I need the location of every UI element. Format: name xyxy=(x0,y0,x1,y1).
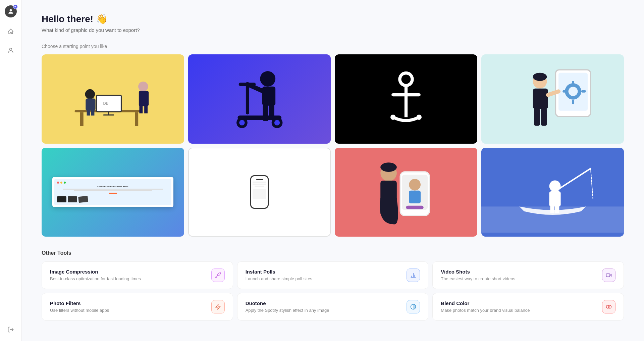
template-card-phone[interactable] xyxy=(188,148,331,237)
tools-grid: Image Compression Best-in-class optimiza… xyxy=(42,261,624,321)
tool-card-photo-filters[interactable]: Photo Filters Use filters without mobile… xyxy=(42,293,233,321)
svg-point-18 xyxy=(260,71,275,86)
template-card-fishing[interactable] xyxy=(481,148,624,237)
svg-rect-68 xyxy=(606,274,610,277)
template-card-video-call[interactable] xyxy=(335,148,477,237)
svg-rect-40 xyxy=(572,100,574,104)
tool-desc-instant-polls: Launch and share simple poll sites xyxy=(246,276,401,282)
svg-rect-12 xyxy=(87,110,90,115)
card-content-anchor xyxy=(335,54,477,144)
svg-point-58 xyxy=(549,180,561,192)
svg-point-44 xyxy=(533,73,547,81)
svg-rect-8 xyxy=(103,114,114,115)
svg-rect-39 xyxy=(572,81,574,86)
tool-desc-blend-color: Make photos match your brand visual bala… xyxy=(441,307,597,313)
svg-rect-47 xyxy=(534,108,540,126)
svg-point-1 xyxy=(9,48,12,50)
template-card-tech[interactable] xyxy=(481,54,624,144)
svg-rect-4 xyxy=(80,112,83,126)
tool-info-image-compression: Image Compression Best-in-class optimiza… xyxy=(50,269,206,282)
svg-rect-11 xyxy=(86,98,95,110)
svg-rect-19 xyxy=(262,86,275,105)
sidebar-item-home[interactable] xyxy=(5,26,17,38)
tool-name-blend-color: Blend Color xyxy=(441,300,597,306)
logout-button[interactable] xyxy=(5,324,17,336)
tool-card-instant-polls[interactable]: Instant Polls Launch and share simple po… xyxy=(237,261,429,289)
greeting-subtitle: What kind of graphic do you want to expo… xyxy=(42,27,624,33)
svg-line-63 xyxy=(591,168,593,199)
svg-rect-41 xyxy=(562,90,567,93)
template-card-laptop[interactable]: Create beautiful flashcard decks xyxy=(42,148,184,237)
svg-rect-60 xyxy=(550,206,554,213)
tool-info-duotone: Duotone Apply the Spotify stylish effect… xyxy=(246,300,401,313)
tool-card-blend-color[interactable]: Blend Color Make photos match your brand… xyxy=(432,293,624,321)
svg-point-51 xyxy=(380,162,397,172)
svg-rect-6 xyxy=(96,95,121,111)
svg-rect-15 xyxy=(139,91,148,106)
svg-rect-45 xyxy=(533,89,548,109)
tool-card-image-compression[interactable]: Image Compression Best-in-class optimiza… xyxy=(42,261,233,289)
tool-desc-photo-filters: Use filters without mobile apps xyxy=(50,307,206,313)
template-card-scooter[interactable] xyxy=(188,54,331,144)
tools-section-title: Other Tools xyxy=(42,250,624,256)
svg-point-38 xyxy=(568,87,578,96)
svg-point-10 xyxy=(85,89,95,99)
svg-point-29 xyxy=(274,120,280,125)
svg-point-34 xyxy=(416,114,421,119)
svg-point-30 xyxy=(400,73,412,85)
svg-rect-61 xyxy=(555,206,559,213)
svg-point-0 xyxy=(9,9,12,11)
svg-rect-5 xyxy=(135,112,138,126)
card-content-laptop: Create beautiful flashcard decks xyxy=(42,148,184,237)
avatar-wrap[interactable]: + xyxy=(5,5,17,17)
tool-desc-duotone: Apply the Spotify stylish effect in any … xyxy=(246,307,401,313)
tool-name-video-shots: Video Shots xyxy=(441,269,597,275)
sidebar: + xyxy=(0,0,21,341)
svg-rect-16 xyxy=(139,105,143,113)
svg-line-62 xyxy=(557,168,591,190)
svg-point-14 xyxy=(138,82,148,91)
tool-icon-photo-filters xyxy=(211,300,225,313)
tool-info-video-shots: Video Shots The easiest way to create sh… xyxy=(441,269,597,282)
avatar-badge: + xyxy=(13,4,18,9)
tool-card-video-shots[interactable]: Video Shots The easiest way to create sh… xyxy=(432,261,624,289)
tool-card-duotone[interactable]: Duotone Apply the Spotify stylish effect… xyxy=(237,293,429,321)
svg-point-27 xyxy=(239,120,245,125)
laptop-title-text: Create beautiful flashcard decks xyxy=(57,186,169,188)
tool-desc-image-compression: Best-in-class optimization for fast load… xyxy=(50,276,206,282)
svg-point-33 xyxy=(390,114,395,119)
tool-icon-instant-polls xyxy=(407,269,420,282)
svg-rect-42 xyxy=(581,90,586,93)
templates-grid: DB xyxy=(42,54,624,237)
card-content-desk: DB xyxy=(42,54,184,144)
svg-rect-17 xyxy=(144,105,148,113)
greeting-title: Hello there! 👋 xyxy=(42,13,624,25)
svg-text:DB: DB xyxy=(103,101,108,105)
tool-icon-image-compression xyxy=(211,269,225,282)
tool-info-photo-filters: Photo Filters Use filters without mobile… xyxy=(50,300,206,313)
tool-name-image-compression: Image Compression xyxy=(50,269,206,275)
svg-rect-13 xyxy=(91,110,94,115)
tool-name-instant-polls: Instant Polls xyxy=(246,269,401,275)
card-content-fishing xyxy=(481,148,624,237)
svg-point-72 xyxy=(608,305,611,308)
svg-rect-48 xyxy=(541,108,547,126)
tool-name-duotone: Duotone xyxy=(246,300,401,306)
template-card-desk[interactable]: DB xyxy=(42,54,184,144)
card-content-scooter xyxy=(188,54,331,144)
tool-icon-video-shots xyxy=(602,269,615,282)
tool-info-blend-color: Blend Color Make photos match your brand… xyxy=(441,300,597,313)
card-content-tech xyxy=(481,54,624,144)
template-card-anchor[interactable] xyxy=(335,54,477,144)
tool-icon-blend-color xyxy=(602,300,615,313)
card-content-phone xyxy=(189,148,330,236)
tool-desc-video-shots: The easiest way to create short videos xyxy=(441,276,597,282)
svg-rect-55 xyxy=(409,190,421,203)
svg-point-54 xyxy=(409,179,421,190)
tool-name-photo-filters: Photo Filters xyxy=(50,300,206,306)
svg-rect-59 xyxy=(549,191,561,206)
svg-rect-56 xyxy=(406,205,424,209)
sidebar-item-profile[interactable] xyxy=(5,44,17,56)
section-label: Choose a starting point you like xyxy=(42,44,624,49)
sidebar-nav xyxy=(5,26,17,315)
